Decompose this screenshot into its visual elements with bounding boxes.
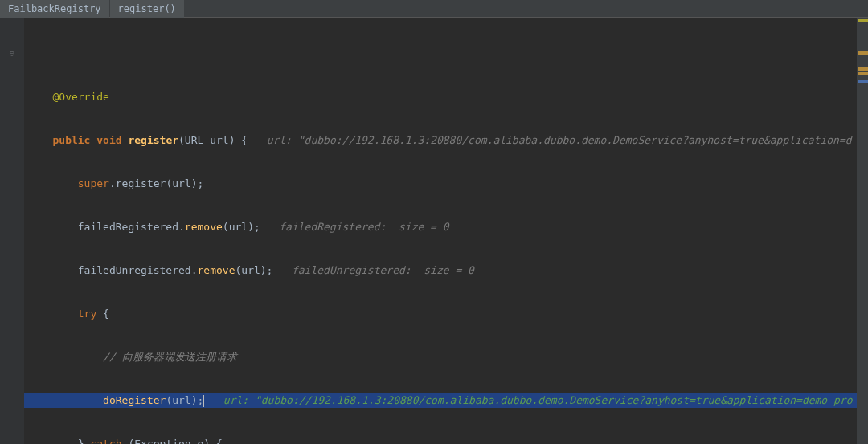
scroll-marker-warning[interactable] <box>858 19 868 22</box>
gutter: ⊖ <box>0 18 24 444</box>
caret <box>203 395 204 407</box>
code-area[interactable]: @Override public void register(URL url) … <box>24 18 857 444</box>
code-line: } catch (Exception e) { <box>24 437 857 444</box>
scrollmap[interactable] <box>857 18 868 444</box>
override-gutter-icon[interactable]: ⊖ <box>0 47 24 61</box>
code-line: // 向服务器端发送注册请求 <box>24 350 857 365</box>
code-line: super.register(url); <box>24 177 857 191</box>
editor: ⊖ @Override public void register(URL url… <box>0 18 868 444</box>
highlighted-line: doRegister(url); url: "dubbo://192.168.1… <box>24 393 857 408</box>
breadcrumb: FailbackRegistry register() <box>0 0 868 18</box>
code-line: try { <box>24 307 857 321</box>
scroll-marker[interactable] <box>858 67 868 71</box>
code-line: failedRegistered.remove(url); failedRegi… <box>24 220 857 234</box>
scroll-marker-current[interactable] <box>858 80 868 83</box>
scroll-marker[interactable] <box>858 72 868 75</box>
scroll-marker[interactable] <box>858 51 868 55</box>
breadcrumb-method[interactable]: register() <box>110 0 184 18</box>
code-line: @Override <box>24 90 857 104</box>
code-line: public void register(URL url) { url: "du… <box>24 133 857 148</box>
breadcrumb-class[interactable]: FailbackRegistry <box>0 0 109 18</box>
code-line: failedUnregistered.remove(url); failedUn… <box>24 263 857 278</box>
